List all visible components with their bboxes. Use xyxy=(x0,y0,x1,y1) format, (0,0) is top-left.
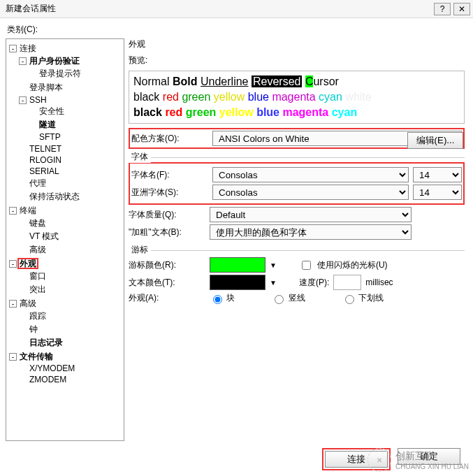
speed-input[interactable] xyxy=(333,275,361,290)
text-color-label: 文本颜色(T): xyxy=(129,277,205,289)
tree-vt-mode[interactable]: VT 模式 xyxy=(28,231,60,241)
pvb-blue: blue xyxy=(256,106,279,118)
tree-zmodem[interactable]: ZMODEM xyxy=(28,375,68,384)
tree-highlight[interactable]: 突出 xyxy=(28,284,48,294)
dialog-title: 新建会话属性 xyxy=(6,3,56,15)
radio-block-label: 块 xyxy=(226,293,235,303)
watermark-logo-icon: ✕ xyxy=(368,448,391,472)
preview-cursor-char: C xyxy=(305,75,314,87)
close-button[interactable]: ✕ xyxy=(453,3,470,15)
pv-green: green xyxy=(182,91,210,103)
tree-security[interactable]: 安全性 xyxy=(38,106,66,116)
font-group: 字体 字体名(F): Consolas 14 亚洲字体(S): Consolas… xyxy=(129,157,465,242)
preview-normal: Normal xyxy=(133,75,170,87)
tree-serial[interactable]: SERIAL xyxy=(28,166,61,176)
tree-keyboard[interactable]: 键盘 xyxy=(28,218,48,228)
tree-appearance[interactable]: 外观 xyxy=(18,259,38,268)
toggle-icon[interactable]: - xyxy=(9,207,17,215)
tree-terminal[interactable]: 终端 xyxy=(18,205,38,215)
pv-blue: blue xyxy=(248,91,269,103)
tree-advanced-2[interactable]: 高级 xyxy=(18,298,38,308)
cursor-color-swatch[interactable] xyxy=(210,257,265,273)
font-size-1-select[interactable]: 14 xyxy=(413,167,462,182)
pv-red: red xyxy=(163,91,179,103)
tree-rlogin[interactable]: RLOGIN xyxy=(28,155,63,165)
font-name-label: 字体名(F): xyxy=(131,169,208,181)
pv-black: black xyxy=(133,91,159,103)
content-panel: 外观 预览: Normal Bold Underline Reversed Cu… xyxy=(129,38,467,441)
tree-bell[interactable]: 钟 xyxy=(28,324,39,334)
tree-telnet[interactable]: TELNET xyxy=(28,144,63,154)
toggle-icon[interactable]: - xyxy=(19,57,27,65)
tree-file-transfer[interactable]: 文件传输 xyxy=(18,352,54,361)
tree-keepalive[interactable]: 保持活动状态 xyxy=(28,192,81,201)
blink-label: 使用闪烁的光标(U) xyxy=(317,259,388,271)
category-label: 类别(C): xyxy=(7,24,467,36)
tree-advanced-1[interactable]: 高级 xyxy=(28,245,48,254)
cursor-color-label: 游标颜色(R): xyxy=(129,259,205,271)
pv-cyan: cyan xyxy=(319,91,342,103)
tree-ssh[interactable]: SSH xyxy=(28,95,48,105)
tree-user-auth[interactable]: 用户身份验证 xyxy=(28,56,81,66)
font-name-select[interactable]: Consolas xyxy=(212,167,409,182)
blink-checkbox[interactable] xyxy=(302,261,311,270)
toggle-icon[interactable]: - xyxy=(9,353,17,361)
tree-login-prompt[interactable]: 登录提示符 xyxy=(38,68,82,78)
pvb-green: green xyxy=(186,106,217,118)
tree-sftp[interactable]: SFTP xyxy=(38,132,62,142)
preview-cursor-rest: ursor xyxy=(313,75,338,87)
pv-magenta: magenta xyxy=(272,91,315,103)
pvb-magenta: magenta xyxy=(282,106,328,118)
preview-reversed: Reversed xyxy=(252,75,302,87)
cursor-group: 游标 游标颜色(R): ▼ 使用闪烁的光标(U) 文本颜色(T): ▼ 速度(P… xyxy=(129,250,465,306)
pv-white: white xyxy=(345,91,371,103)
speed-label: 速度(P): xyxy=(299,277,329,289)
font-quality-select[interactable]: Default xyxy=(210,207,412,222)
pv-yellow: yellow xyxy=(214,91,245,103)
radio-under-label: 下划线 xyxy=(358,293,384,303)
section-title-appearance: 外观 xyxy=(129,38,465,50)
toggle-icon[interactable]: - xyxy=(9,45,17,52)
bold-text-select[interactable]: 使用大胆的颜色和字体 xyxy=(210,224,412,240)
bold-text-label: "加粗"文本(B): xyxy=(129,226,205,238)
pvb-cyan: cyan xyxy=(332,106,357,118)
preview-underline: Underline xyxy=(201,75,248,87)
text-color-swatch[interactable] xyxy=(210,275,265,290)
title-bar: 新建会话属性 ? ✕ xyxy=(0,0,473,18)
tree-xymodem[interactable]: X/YMODEM xyxy=(28,363,76,373)
pvb-yellow: yellow xyxy=(219,106,254,118)
preview-bold: Bold xyxy=(173,75,198,87)
asian-font-select[interactable]: Consolas xyxy=(212,185,409,200)
tree-proxy[interactable]: 代理 xyxy=(28,178,48,188)
help-button[interactable]: ? xyxy=(434,3,451,15)
asian-font-label: 亚洲字体(S): xyxy=(131,187,208,199)
radio-vline[interactable] xyxy=(275,295,284,304)
category-tree[interactable]: -连接 -用户身份验证 登录提示符 登录脚本 -SSH 安全性 隧道 SFTP xyxy=(6,38,124,441)
tree-tunnel[interactable]: 隧道 xyxy=(38,120,57,129)
font-group-title: 字体 xyxy=(129,151,151,163)
tree-tracking[interactable]: 跟踪 xyxy=(28,311,48,321)
preview-box: Normal Bold Underline Reversed Cursor bl… xyxy=(129,71,465,124)
preview-label: 预览: xyxy=(129,55,465,66)
radio-underline[interactable] xyxy=(345,295,354,304)
millisec-label: millisec xyxy=(365,277,393,287)
font-quality-label: 字体质量(Q): xyxy=(129,209,205,221)
toggle-icon[interactable]: - xyxy=(9,260,17,268)
watermark-brand: 创新互联 xyxy=(395,450,469,463)
toggle-icon[interactable]: - xyxy=(9,300,17,308)
edit-button[interactable]: 编辑(E)... xyxy=(407,132,463,149)
tree-logging[interactable]: 日志记录 xyxy=(28,338,64,347)
radio-vline-label: 竖线 xyxy=(289,293,305,303)
pvb-black: black xyxy=(133,106,162,118)
cursor-group-title: 游标 xyxy=(129,244,151,256)
pvb-red: red xyxy=(165,106,182,118)
watermark: ✕ 创新互联 CHUANG XIN HU LIAN xyxy=(368,448,469,472)
cursor-appearance-label: 外观(A): xyxy=(129,292,205,304)
toggle-icon[interactable]: - xyxy=(19,96,27,104)
radio-block[interactable] xyxy=(213,295,222,304)
tree-window[interactable]: 窗口 xyxy=(28,271,48,281)
watermark-sub: CHUANG XIN HU LIAN xyxy=(395,463,469,470)
tree-login-script[interactable]: 登录脚本 xyxy=(28,82,64,92)
font-size-2-select[interactable]: 14 xyxy=(413,185,462,200)
tree-connection[interactable]: 连接 xyxy=(18,43,38,53)
